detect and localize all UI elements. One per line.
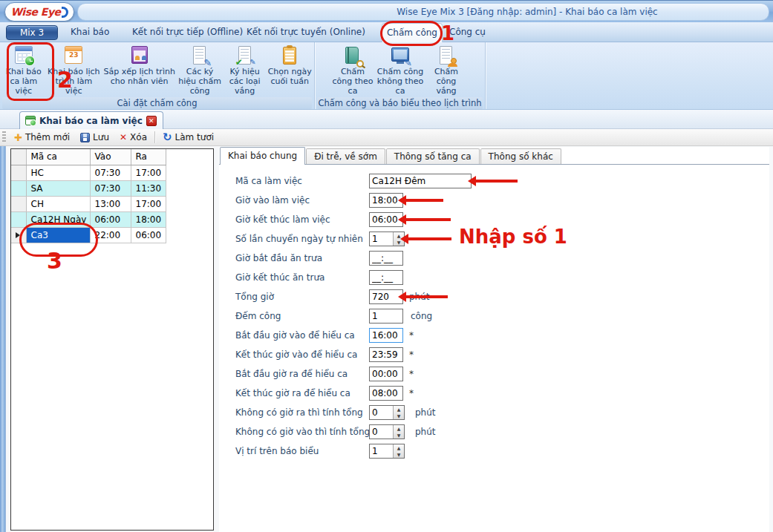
spinner-value-input[interactable] [370, 406, 393, 419]
ribbon-button-cham-cong-theo-ca[interactable]: Chấm công theo ca [331, 43, 374, 97]
toolbar: ✚ Thêm mới Lưu ✕ Xóa ↻ Làm tươi [0, 129, 773, 146]
field-label: Tổng giờ [235, 292, 369, 302]
field-label: Kết thúc giờ ra để hiểu ca [235, 388, 369, 398]
khong-gio-ra-tinh-tong-spinner[interactable]: ▲ ▼ [369, 405, 405, 420]
cell-ma-ca[interactable]: CH [26, 196, 90, 211]
collapsed-panel-splitter[interactable] [0, 146, 6, 532]
gio-bat-dau-an-trua-input[interactable] [369, 251, 403, 266]
table-row: CH 13:00 17:00 [11, 196, 166, 211]
cell-vao[interactable]: 07:30 [90, 165, 131, 180]
so-lan-chuyen-ngay-spinner[interactable]: ▲ ▼ [369, 231, 405, 246]
form-field-row: Đếm công công [235, 306, 769, 326]
gio-ket-thuc-lam-viec-input[interactable] [369, 212, 403, 227]
tab-thong-so-khac[interactable]: Thông số khác [480, 148, 561, 164]
tab-thong-so-tang-ca[interactable]: Thông số tăng ca [386, 148, 480, 164]
field-label: Giờ vào làm việc [235, 195, 369, 206]
book-magnifier-icon [341, 45, 365, 66]
ribbon-button-sap-xep-lich-trinh[interactable]: Sắp xếp lịch trình cho nhân viên [102, 43, 177, 97]
unit-label: phút [415, 427, 436, 437]
field-label: Vị trí trên báo biểu [235, 446, 369, 456]
cell-ra[interactable]: 17:00 [131, 165, 166, 180]
cell-ma-ca[interactable]: Ca12H Ngày [26, 211, 90, 227]
spinner-value-input[interactable] [370, 425, 393, 439]
shift-grid-panel: Mã ca Vào Ra HC 07:30 17:00 SA 07:30 11:… [10, 148, 214, 531]
ribbon-button-khai-bao-ca-lam-viec[interactable]: Khai báo ca làm việc [1, 43, 46, 97]
menu-item-cham-cong-active[interactable]: Chấm công [382, 23, 443, 42]
luu-button[interactable]: Lưu [75, 130, 114, 145]
spinner-value-input[interactable] [370, 232, 393, 246]
cell-ma-ca-selected[interactable]: Ca3 [26, 227, 90, 243]
spinner-buttons[interactable]: ▲ ▼ [393, 406, 404, 419]
tong-gio-input[interactable] [369, 289, 403, 304]
gio-ket-thuc-an-trua-input[interactable] [369, 270, 403, 285]
ribbon-button-khai-bao-lich-trinh[interactable]: 23 Khai báo lịch trình làm việc [46, 43, 102, 97]
xoa-button[interactable]: ✕ Xóa [114, 130, 152, 145]
cell-ma-ca[interactable]: HC [26, 165, 90, 180]
tab-khai-bao-chung[interactable]: Khai báo chung [220, 147, 305, 165]
app-menu-button[interactable]: Mix 3 [6, 25, 58, 40]
ribbon-button-label: Chọn ngày cuối tuần [267, 68, 312, 87]
person-document-icon [434, 45, 458, 66]
spinner-up-icon: ▲ [394, 232, 404, 239]
close-tab-icon[interactable]: ✕ [146, 116, 157, 126]
ribbon-button-label: Khai báo ca làm việc [2, 68, 45, 96]
column-header-vao[interactable]: Vào [90, 149, 131, 165]
them-moi-button[interactable]: ✚ Thêm mới [9, 130, 75, 145]
cell-ra[interactable]: 18:00 [131, 211, 166, 227]
tab-di-tre-ve-som[interactable]: Đi trễ, về sớm [306, 148, 385, 164]
cell-vao[interactable]: 07:30 [90, 180, 131, 196]
field-label: Không có giờ ra thì tính tổng [235, 407, 369, 418]
lam-tuoi-button[interactable]: ↻ Làm tươi [157, 130, 219, 145]
spinner-up-icon: ▲ [394, 425, 404, 432]
document-tab-khai-bao-ca-lam-viec[interactable]: Khai báo ca làm việc ✕ [19, 111, 163, 129]
bat-dau-gio-ra-hieu-ca-input[interactable] [369, 367, 403, 381]
ribbon-button-ky-hieu-cac-loai-vang[interactable]: ✔✎ Ký hiệu các loại vắng [223, 43, 267, 97]
ket-thuc-gio-vao-hieu-ca-input[interactable] [369, 347, 403, 362]
attendance-symbols-pencil-icon: ✎ [188, 45, 212, 66]
ribbon-button-chon-ngay-cuoi-tuan[interactable]: Chọn ngày cuối tuần [267, 43, 313, 97]
menu-item-khai-bao[interactable]: Khai báo [71, 27, 109, 37]
spinner-buttons[interactable]: ▲ ▼ [393, 444, 404, 458]
ribbon-button-cac-ky-hieu-cham-cong[interactable]: ✎ Các ký hiệu chấm công [177, 43, 223, 97]
required-star: * [409, 369, 414, 379]
ket-thuc-gio-ra-hieu-ca-input[interactable] [369, 386, 403, 401]
unit-label: công [411, 311, 432, 321]
shift-table: Mã ca Vào Ra HC 07:30 17:00 SA 07:30 11:… [11, 149, 166, 243]
khong-gio-vao-tinh-tong-spinner[interactable]: ▲ ▼ [369, 424, 405, 439]
field-label: Số lần chuyển ngày tự nhiên [235, 234, 369, 244]
ribbon-button-label: Chấm công vắng [427, 68, 466, 96]
shift-calendar-clock-icon [12, 45, 36, 66]
spinner-value-input[interactable] [370, 444, 393, 458]
ribbon-group-caption: Cài đặt chấm công [2, 97, 312, 109]
screen-pencil-icon: ✎ [388, 45, 412, 66]
gio-vao-lam-viec-input[interactable] [369, 193, 403, 208]
ribbon-button-cham-cong-vang[interactable]: Chấm công vắng [426, 43, 466, 97]
column-header-ra[interactable]: Ra [131, 149, 166, 165]
ma-ca-lam-viec-input[interactable] [369, 174, 472, 188]
cell-vao[interactable]: 06:00 [90, 211, 131, 227]
form-field-row: Bắt đầu giờ ra để hiểu ca * [235, 364, 769, 384]
cell-vao[interactable]: 22:00 [90, 227, 131, 243]
schedule-calendar-icon: 23 [62, 45, 85, 66]
spinner-buttons[interactable]: ▲ ▼ [393, 425, 404, 439]
vi-tri-tren-bao-bieu-spinner[interactable]: ▲ ▼ [369, 444, 405, 459]
menu-item-ket-noi-truc-tiep[interactable]: Kết nối trực tiếp (Offline) [132, 27, 243, 37]
cell-vao[interactable]: 13:00 [90, 196, 131, 211]
workspace: Mã ca Vào Ra HC 07:30 17:00 SA 07:30 11:… [0, 146, 773, 532]
spinner-down-icon: ▼ [394, 451, 404, 458]
bat-dau-gio-vao-hieu-ca-input[interactable] [369, 328, 403, 343]
column-header-ma-ca[interactable]: Mã ca [26, 149, 90, 165]
cell-ra[interactable]: 17:00 [131, 196, 166, 211]
field-label: Không có giờ vào thì tính tổng [235, 427, 369, 437]
cell-ma-ca[interactable]: SA [26, 180, 90, 196]
spinner-buttons[interactable]: ▲ ▼ [393, 232, 404, 246]
dem-cong-input[interactable] [369, 309, 403, 324]
menu-item-ket-noi-truc-tuyen[interactable]: Kết nối trực tuyến (Online) [247, 27, 365, 37]
ribbon-button-cham-cong-khong-theo-ca[interactable]: ✎ Chấm công không theo ca [374, 43, 426, 97]
window-title: Wise Eye Mix 3 [Đăng nhập: admin] - Khai… [78, 7, 769, 17]
field-label: Mã ca làm việc [235, 176, 369, 186]
menu-item-cong-cu[interactable]: Công cụ [449, 27, 486, 37]
cell-ra[interactable]: 06:00 [131, 227, 166, 243]
cell-ra[interactable]: 11:30 [131, 180, 166, 196]
spinner-down-icon: ▼ [394, 413, 404, 419]
